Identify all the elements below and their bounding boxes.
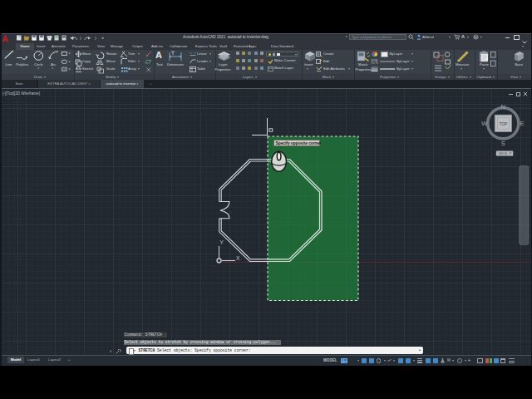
- svg-text:N: N: [501, 103, 505, 111]
- svg-text:X: X: [236, 255, 240, 261]
- svg-text:E: E: [520, 120, 524, 127]
- svg-text:S: S: [501, 140, 505, 147]
- svg-text:WCS: WCS: [499, 151, 507, 155]
- svg-text:TOP: TOP: [500, 122, 507, 126]
- svg-text:W: W: [481, 120, 488, 127]
- svg-text:Y: Y: [220, 239, 224, 245]
